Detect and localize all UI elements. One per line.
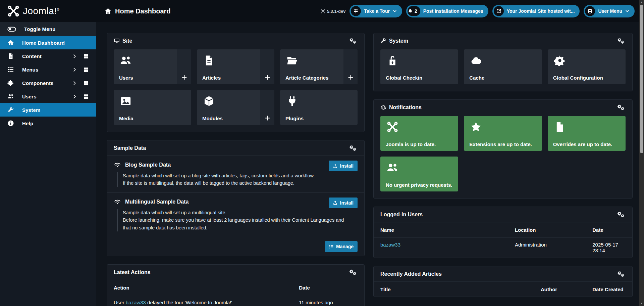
user-link[interactable]: bazaw33	[380, 242, 400, 248]
panel-settings-icon[interactable]	[350, 269, 358, 276]
add-module-button[interactable]	[260, 90, 274, 125]
panel-settings-icon[interactable]	[618, 104, 626, 111]
add-user-button[interactable]	[177, 49, 191, 84]
dashboard-grid-icon[interactable]	[83, 80, 89, 86]
sidebar-item-menus[interactable]: Menus	[0, 63, 96, 76]
vertical-scrollbar[interactable]: ▲ ▼	[639, 0, 644, 306]
panel-title: Latest Actions	[114, 269, 151, 275]
signpost-icon	[353, 8, 359, 14]
puzzle-icon	[7, 80, 14, 86]
panel-settings-icon[interactable]	[618, 271, 626, 277]
panel-title: Recently Added Articles	[380, 271, 442, 277]
date-cell: 11 minutes ago	[292, 295, 364, 306]
sample-data-description: Sample data which will set up a blog sit…	[117, 172, 348, 187]
scroll-up-arrow[interactable]: ▲	[639, 0, 644, 4]
panel-settings-icon[interactable]	[618, 38, 626, 44]
add-article-button[interactable]	[260, 49, 274, 84]
external-link-icon	[496, 8, 501, 14]
dashboard-grid-icon[interactable]	[83, 67, 89, 73]
tile-extensions-up-to-date[interactable]: Extensions are up to date.	[464, 116, 542, 151]
tile-cache[interactable]: Cache	[464, 49, 542, 84]
tile-article-categories[interactable]: Article Categories	[280, 49, 358, 84]
file-icon	[7, 53, 14, 59]
tile-privacy-requests[interactable]: No urgent privacy requests.	[380, 157, 458, 191]
folder-open-icon	[285, 55, 299, 66]
sample-data-description: Sample data which will set up a multilin…	[117, 209, 348, 231]
latest-actions-panel: Latest Actions Action Date User bazaw33 …	[107, 264, 365, 306]
chevron-right-icon	[72, 67, 77, 72]
add-category-button[interactable]	[343, 49, 358, 84]
column-header-location: Location	[508, 223, 586, 237]
user-link[interactable]: bazaw33	[126, 300, 146, 305]
sidebar-item-system[interactable]: System	[0, 103, 96, 117]
joomla-logo-text: Joomla!®	[23, 6, 59, 16]
sidebar-item-components[interactable]: Components	[0, 76, 96, 90]
hosted-site-button[interactable]: Your Joomla! Site hosted wit...	[492, 5, 580, 17]
site-panel: Site Users Articles	[107, 33, 365, 132]
sidebar-item-users[interactable]: Users	[0, 90, 96, 103]
install-blog-sample-button[interactable]: Install	[329, 161, 358, 171]
chevron-right-icon	[72, 54, 77, 59]
user-menu-button[interactable]: User Menu	[584, 5, 635, 17]
notification-count-badge: 2	[413, 8, 420, 14]
tile-modules[interactable]: Modules	[197, 90, 274, 125]
wrench-icon	[7, 106, 14, 113]
joomla-version-icon	[321, 9, 325, 13]
install-multilingual-sample-button[interactable]: Install	[329, 198, 358, 208]
chevron-down-icon	[625, 9, 630, 13]
cube-icon	[202, 95, 216, 107]
tile-global-configuration[interactable]: Global Configuration	[548, 49, 626, 84]
tile-global-checkin[interactable]: Global Checkin	[380, 49, 458, 84]
upload-icon	[333, 164, 338, 169]
tile-users[interactable]: Users	[114, 49, 191, 84]
panel-settings-icon[interactable]	[350, 38, 358, 44]
sidebar-item-home-dashboard[interactable]: Home Dashboard	[0, 36, 96, 49]
manage-button[interactable]: Manage	[325, 241, 358, 252]
sidebar-item-toggle-menu[interactable]: Toggle Menu	[0, 22, 96, 36]
cloud-icon	[469, 55, 483, 66]
chevron-right-icon	[72, 81, 77, 86]
panel-settings-icon[interactable]	[618, 211, 626, 218]
page-title-wrap: Home Dashboard	[104, 7, 171, 15]
scroll-down-arrow[interactable]: ▼	[639, 302, 644, 306]
file-icon	[202, 55, 216, 66]
sidebar-item-help[interactable]: Help	[0, 117, 96, 130]
column-header-title: Title	[374, 282, 534, 297]
tile-articles[interactable]: Articles	[197, 49, 274, 84]
column-header-date: Date	[292, 280, 364, 295]
sidebar: Toggle Menu Home Dashboard Content Menus…	[0, 22, 96, 306]
take-a-tour-button[interactable]: Take a Tour	[350, 5, 402, 17]
joomla-logo: Joomla!®	[0, 5, 96, 17]
sample-data-panel: Sample Data Blog Sample Data Install Sam…	[107, 140, 365, 256]
column-header-name: Name	[374, 223, 508, 237]
tile-overrides-up-to-date[interactable]: Overrides are up to date.	[548, 116, 626, 151]
tile-joomla-up-to-date[interactable]: Joomla is up to date.	[380, 116, 458, 151]
blog-sample-data-section: Blog Sample Data Install Sample data whi…	[107, 156, 364, 193]
notifications-panel: Notifications Joomla is up to date. Exte…	[373, 99, 633, 199]
top-header: Joomla!® Home Dashboard 5.3.1-dev Take a…	[0, 0, 644, 22]
panel-title: Site	[122, 38, 132, 44]
dashboard-grid-icon[interactable]	[83, 53, 89, 59]
user-circle-icon	[587, 8, 593, 14]
tile-media[interactable]: Media	[114, 90, 191, 125]
panel-settings-icon[interactable]	[350, 145, 358, 151]
column-header-action: Action	[107, 280, 292, 295]
star-icon	[469, 121, 483, 133]
panel-title: Sample Data	[114, 145, 146, 151]
scrollbar-thumb[interactable]	[640, 5, 643, 153]
recently-added-articles-panel: Recently Added Articles Title Author Dat…	[373, 266, 633, 297]
joomla-icon	[386, 121, 399, 133]
dashboard-grid-icon[interactable]	[83, 94, 89, 99]
sidebar-item-content[interactable]: Content	[0, 49, 96, 63]
action-cell: User bazaw33 delayed the tour 'Welcome t…	[107, 295, 292, 306]
joomla-logo-icon	[7, 5, 19, 17]
tile-plugins[interactable]: Plugins	[280, 90, 358, 125]
file-icon	[553, 121, 567, 133]
location-cell: Administration	[508, 237, 586, 258]
wifi-icon	[114, 162, 121, 168]
upload-icon	[333, 200, 338, 205]
post-installation-messages-button[interactable]: 2 Post Installation Messages	[406, 5, 488, 17]
monitor-icon	[114, 38, 120, 44]
column-header-author: Author	[534, 282, 586, 297]
plug-icon	[285, 95, 299, 107]
